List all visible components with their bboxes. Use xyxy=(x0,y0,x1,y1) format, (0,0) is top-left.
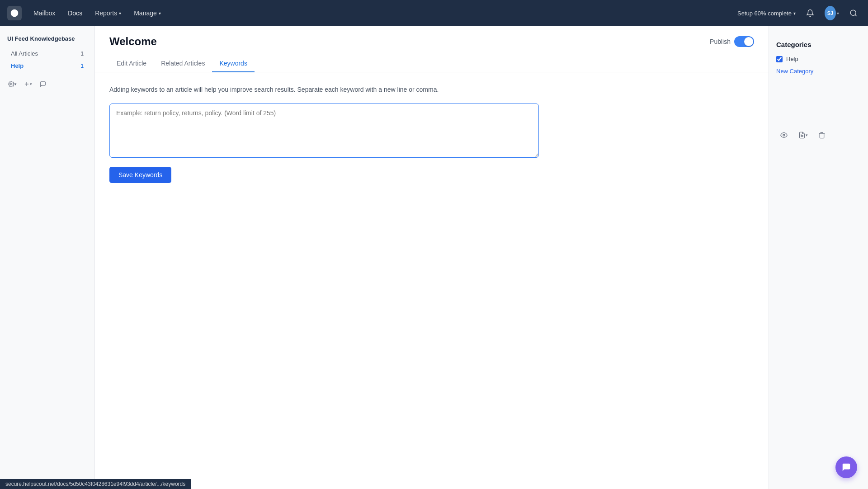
setup-progress[interactable]: Setup 60% complete ▾ xyxy=(737,10,796,17)
topnav-right: Setup 60% complete ▾ SJ ▾ xyxy=(737,6,861,20)
nav-reports[interactable]: Reports ▾ xyxy=(90,7,126,19)
content-header: Welcome Publish xyxy=(95,26,769,48)
main-layout: UI Feed Knowledgebase All Articles 1 Hel… xyxy=(0,26,868,489)
publish-toggle: Publish xyxy=(710,36,754,47)
search-icon[interactable] xyxy=(846,6,861,20)
sidebar-item-all-articles[interactable]: All Articles 1 xyxy=(4,47,91,60)
chevron-down-icon: ▾ xyxy=(837,11,839,16)
publish-toggle-switch[interactable] xyxy=(734,36,754,47)
nav-mailbox[interactable]: Mailbox xyxy=(29,7,60,19)
tab-related-articles[interactable]: Related Articles xyxy=(154,55,212,72)
preview-icon[interactable] xyxy=(776,127,792,143)
sidebar-item-help[interactable]: Help 1 xyxy=(4,60,91,72)
svg-line-2 xyxy=(855,14,856,16)
chevron-down-icon: ▾ xyxy=(14,82,17,86)
comment-button[interactable] xyxy=(36,77,50,91)
sidebar-item-count: 1 xyxy=(80,63,84,69)
sidebar-item-label: Help xyxy=(11,62,24,69)
svg-point-6 xyxy=(783,134,785,136)
sidebar-toolbar: ▾ ▾ xyxy=(0,74,94,94)
user-menu-icon[interactable]: SJ ▾ xyxy=(825,6,839,20)
right-sidebar-icons: ▾ xyxy=(776,120,861,143)
sidebar-title: UI Feed Knowledgebase xyxy=(0,35,94,47)
delete-icon[interactable] xyxy=(814,127,830,143)
keywords-description: Adding keywords to an article will help … xyxy=(109,85,754,94)
chevron-down-icon: ▾ xyxy=(806,133,808,137)
chevron-down-icon: ▾ xyxy=(793,11,796,16)
chevron-down-icon: ▾ xyxy=(119,11,121,16)
chevron-down-icon: ▾ xyxy=(30,82,32,86)
category-checkbox-help[interactable] xyxy=(776,56,783,62)
app-logo[interactable] xyxy=(7,6,22,20)
export-icon[interactable]: ▾ xyxy=(795,127,811,143)
sidebar-item-count: 1 xyxy=(80,51,84,57)
keywords-content: Adding keywords to an article will help … xyxy=(95,72,769,196)
left-sidebar: UI Feed Knowledgebase All Articles 1 Hel… xyxy=(0,26,95,489)
publish-label: Publish xyxy=(710,38,731,45)
categories-title: Categories xyxy=(776,41,861,48)
status-bar: secure.helpscout.net/docs/5d50c43f042863… xyxy=(0,479,191,489)
new-category-link[interactable]: New Category xyxy=(776,68,861,75)
chevron-down-icon: ▾ xyxy=(159,11,161,16)
settings-button[interactable]: ▾ xyxy=(5,77,19,91)
sidebar-item-label: All Articles xyxy=(11,50,38,57)
svg-point-0 xyxy=(11,9,19,17)
tab-keywords[interactable]: Keywords xyxy=(212,55,254,72)
right-sidebar: Categories Help New Category xyxy=(769,26,868,489)
keywords-textarea[interactable] xyxy=(109,103,539,158)
avatar[interactable]: SJ xyxy=(825,6,836,20)
category-label: Help xyxy=(786,56,798,62)
top-navigation: Mailbox Docs Reports ▾ Manage ▾ Setup 60… xyxy=(0,0,868,26)
tabs: Edit Article Related Articles Keywords xyxy=(95,55,769,72)
save-keywords-button[interactable]: Save Keywords xyxy=(109,167,171,183)
content-area: Welcome Publish Edit Article Related Art… xyxy=(95,26,769,489)
svg-point-1 xyxy=(850,10,856,15)
page-title: Welcome xyxy=(109,35,157,48)
category-item-help[interactable]: Help xyxy=(776,54,861,64)
notifications-icon[interactable] xyxy=(803,6,817,20)
tab-edit-article[interactable]: Edit Article xyxy=(109,55,154,72)
nav-docs[interactable]: Docs xyxy=(63,7,87,19)
nav-manage[interactable]: Manage ▾ xyxy=(129,7,165,19)
add-button[interactable]: ▾ xyxy=(21,77,34,91)
chat-bubble[interactable] xyxy=(835,456,857,478)
svg-point-3 xyxy=(10,83,12,85)
